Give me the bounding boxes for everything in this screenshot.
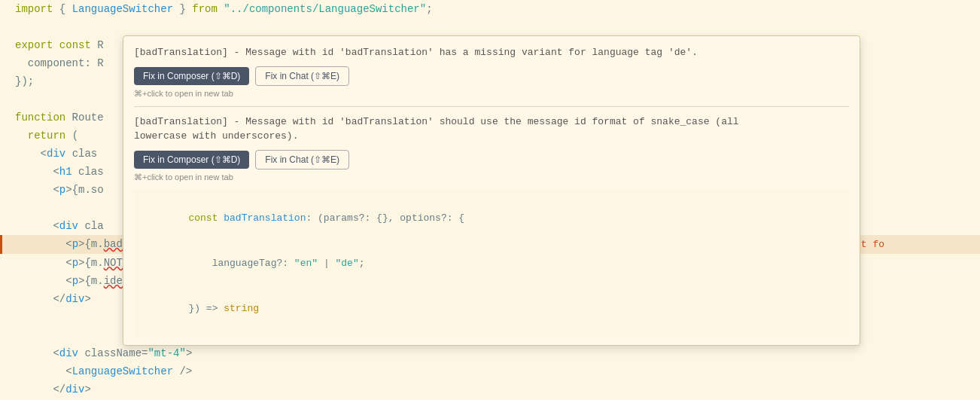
from-kw: from [192,1,218,17]
div-mt4-tag: div [59,345,78,362]
fix-composer-button-1[interactable]: Fix in Composer (⇧⌘D) [134,67,249,85]
p-tag-err: p [72,236,78,252]
import-path: "../components/LanguageSwitcher" [224,1,426,17]
popup-hint-2: ⌘+click to open in new tab [134,173,849,182]
code-line-import: import { LanguageSwitcher } from "../com… [0,0,980,18]
h1-tag: h1 [59,163,72,180]
fix-chat-button-1[interactable]: Fix in Chat (⇧⌘E) [255,66,349,86]
popup-code-line-3: }) => string [142,286,842,331]
popup-message-2: [badTranslation] - Message with id 'badT… [134,115,849,144]
p-tag-2: p [72,255,78,271]
return-kw: return [28,127,65,144]
p-tag-3: p [72,273,78,289]
mt4-val: "mt-4" [148,345,185,362]
classname-attr: className [84,345,142,362]
import-name: LanguageSwitcher [72,1,173,17]
popup-buttons-2: Fix in Composer (⇧⌘D) Fix in Chat (⇧⌘E) [134,150,849,169]
popup-divider [134,106,849,107]
div-tag-2: div [59,218,78,234]
error-popup: [badTranslation] - Message with id 'badT… [123,35,860,346]
popup-section-2: [badTranslation] - Message with id 'badT… [134,115,849,182]
function-kw: function [15,109,65,126]
ls-tag: LanguageSwitcher [72,363,173,380]
popup-section-1: [badTranslation] - Message with id 'badT… [134,45,849,99]
export-kw: export [15,37,53,53]
popup-code-section: const badTranslation: (params?: {}, opti… [134,190,849,337]
code-line-blank1 [0,18,980,36]
code-line-div-mt4: <div className="mt-4"> [0,344,980,362]
code-line-close-div2: </div> [0,380,980,398]
fix-composer-button-2[interactable]: Fix in Composer (⇧⌘D) [134,151,249,169]
popup-code-line-2: languageTag?: "en" | "de"; [142,241,842,286]
div-tag: div [47,145,65,162]
popup-hint-1: ⌘+click to open in new tab [134,89,849,99]
code-line-ls: <LanguageSwitcher /> [0,362,980,380]
p-tag-1: p [59,182,65,198]
popup-code-line-1: const badTranslation: (params?: {}, opti… [142,196,842,241]
popup-buttons-1: Fix in Composer (⇧⌘D) Fix in Chat (⇧⌘E) [134,66,849,86]
fix-chat-button-2[interactable]: Fix in Chat (⇧⌘E) [255,150,349,169]
import-kw: import [15,1,53,17]
popup-message-1: [badTranslation] - Message with id 'badT… [134,45,849,60]
const-kw: const [59,37,91,53]
code-editor: import { LanguageSwitcher } from "../com… [0,0,980,400]
